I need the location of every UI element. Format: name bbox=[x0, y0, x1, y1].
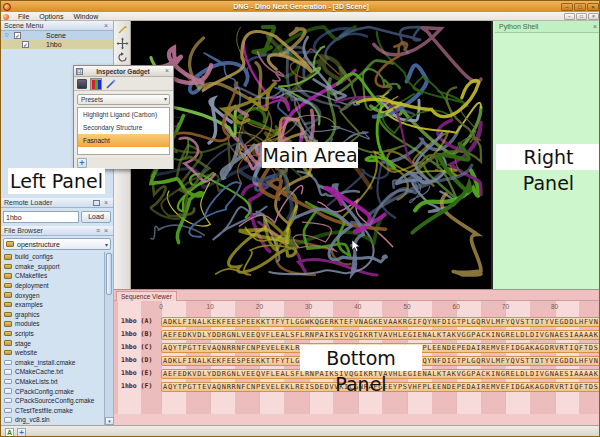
close-icon[interactable]: × bbox=[591, 23, 599, 31]
float-icon[interactable] bbox=[93, 200, 100, 206]
chain-label: 1hbo (B) bbox=[121, 330, 152, 338]
close-icon[interactable]: × bbox=[102, 227, 110, 235]
file-list-item[interactable]: CPackConfig.cmake bbox=[1, 386, 105, 396]
menu-item[interactable]: File bbox=[13, 12, 34, 21]
rotate-tool-icon[interactable] bbox=[116, 51, 129, 64]
scroll-down-arrow[interactable]: ▾ bbox=[105, 417, 114, 425]
sequence-row[interactable]: 1hbo (B) AEFEDKVDLYDDRGNLVEEQVFLEALSFLRN… bbox=[114, 328, 600, 341]
color-presets-icon[interactable] bbox=[90, 78, 102, 90]
file-list-item[interactable]: dng_vc8.sln bbox=[1, 415, 105, 425]
remote-loader-title: Remote Loader bbox=[4, 199, 93, 206]
file-type-icon bbox=[4, 283, 12, 289]
file-name: CPackSourceConfig.cmake bbox=[15, 397, 94, 404]
mdi-minimize-button[interactable]: − bbox=[564, 13, 575, 20]
file-list-item[interactable]: doxygen bbox=[1, 290, 105, 300]
presets-list: Highlight Ligand (Carbon) Secondary Stru… bbox=[77, 107, 170, 155]
sequence-viewer-title: Sequence Viewer bbox=[116, 291, 177, 301]
status-bar: A + bbox=[1, 425, 600, 437]
scrollbar-thumb[interactable] bbox=[106, 253, 112, 295]
expander-icon[interactable]: ▽ bbox=[5, 32, 9, 38]
file-list-item[interactable]: cmake_support bbox=[1, 262, 105, 272]
add-icon[interactable]: + bbox=[17, 428, 26, 437]
mdi-restore-button[interactable]: □ bbox=[576, 13, 587, 20]
inspector-title: Inspector Gadget bbox=[83, 68, 163, 75]
file-list-item[interactable]: cmake_install.cmake bbox=[1, 358, 105, 368]
file-name: scripts bbox=[15, 330, 34, 337]
sequence-row[interactable]: 1hbo (A) ADKLFINALKEKFEESPEEKKTTFYTLGGWK… bbox=[114, 315, 600, 328]
file-list: build_configs cmake_support CMakefiles d… bbox=[1, 252, 105, 425]
sequence-viewer-header: Sequence Viewer bbox=[114, 290, 600, 301]
file-list-item[interactable]: CMakeCache.txt bbox=[1, 367, 105, 377]
file-list-item[interactable]: graphics bbox=[1, 310, 105, 320]
file-name: CMakeLists.txt bbox=[15, 378, 58, 385]
close-button[interactable]: × bbox=[587, 3, 599, 11]
file-list-item[interactable]: modules bbox=[1, 319, 105, 329]
file-name: website bbox=[15, 349, 37, 356]
preset-list-item[interactable]: Highlight Ligand (Carbon) bbox=[78, 108, 169, 121]
scene-tree-row[interactable]: ▽ ✓ Scene bbox=[1, 31, 113, 40]
scene-tree-row[interactable]: ✓ 1hbo bbox=[1, 40, 113, 49]
menu-bar: FileOptionsWindow − □ × bbox=[1, 12, 600, 21]
file-type-icon bbox=[4, 417, 12, 423]
tree-node-label[interactable]: Scene bbox=[46, 32, 66, 40]
menu-item[interactable]: Window bbox=[68, 12, 103, 21]
preset-list-item[interactable]: Secondary Structure bbox=[78, 121, 169, 134]
menu-item[interactable]: Options bbox=[34, 12, 68, 21]
file-type-icon bbox=[4, 321, 12, 327]
chain-label: 1hbo (C) bbox=[121, 343, 152, 351]
residue-sequence[interactable]: ADKLFINALKEKFEESPEEKKTTFYTLGGWKQGERKTEFV… bbox=[161, 317, 600, 327]
preset-list-item[interactable]: Fasnacht bbox=[78, 134, 169, 147]
file-browser-header: File Browser ≡ × bbox=[1, 226, 113, 236]
annotation-main-area: Main Area bbox=[262, 142, 358, 168]
residue-sequence[interactable]: AEFEDKVDLYDDRGNLVEEQVFLEALSFLRNPAIKSIVQG… bbox=[161, 330, 600, 340]
file-name: CMakefiles bbox=[15, 272, 47, 279]
file-list-item[interactable]: build_configs bbox=[1, 252, 105, 262]
tree-node-label[interactable]: 1hbo bbox=[46, 41, 62, 49]
file-name: CPackConfig.cmake bbox=[15, 388, 74, 395]
chevron-down-icon[interactable]: ▾ bbox=[105, 241, 108, 248]
file-list-item[interactable]: examples bbox=[1, 300, 105, 310]
file-type-icon bbox=[4, 369, 12, 375]
close-icon[interactable]: × bbox=[102, 22, 110, 30]
file-type-icon bbox=[4, 312, 12, 318]
remote-loader-header: Remote Loader × bbox=[1, 198, 113, 208]
directory-combobox[interactable]: openstructure ▾ bbox=[3, 238, 111, 250]
edit-pen-icon[interactable] bbox=[105, 78, 117, 90]
file-list-scrollbar[interactable]: ▾ bbox=[104, 252, 113, 425]
file-list-item[interactable]: CMakeLists.txt bbox=[1, 377, 105, 387]
folder-icon bbox=[6, 241, 14, 247]
file-list-item[interactable]: deployment bbox=[1, 281, 105, 291]
mdi-close-button[interactable]: × bbox=[588, 13, 599, 20]
visibility-checkbox[interactable]: ✓ bbox=[14, 32, 21, 39]
file-name: CTestTestfile.cmake bbox=[15, 407, 73, 414]
file-list-item[interactable]: website bbox=[1, 348, 105, 358]
visibility-checkbox[interactable]: ✓ bbox=[22, 41, 29, 48]
file-name: cmake_support bbox=[15, 263, 59, 270]
file-list-item[interactable]: CPackSourceConfig.cmake bbox=[1, 396, 105, 406]
presets-combobox[interactable]: Presets ▾ bbox=[77, 94, 170, 105]
close-icon[interactable]: × bbox=[102, 199, 110, 207]
menu-icon[interactable]: ≡ bbox=[96, 227, 100, 235]
select-tool-icon[interactable] bbox=[116, 23, 129, 36]
pdb-id-input[interactable] bbox=[3, 211, 79, 223]
file-list-item[interactable]: scripts bbox=[1, 329, 105, 339]
scene-settings-icon[interactable] bbox=[77, 79, 87, 89]
load-button[interactable]: Load bbox=[81, 211, 111, 223]
file-name: stage bbox=[15, 340, 31, 347]
menu-items: FileOptionsWindow bbox=[13, 12, 103, 21]
minimize-button[interactable]: − bbox=[561, 3, 573, 11]
chevron-down-icon[interactable]: ▾ bbox=[164, 95, 167, 104]
close-icon[interactable]: × bbox=[163, 67, 171, 75]
app-window: DNG - Dino Next Generation - [3D Scene] … bbox=[0, 0, 600, 437]
chain-label: 1hbo (F) bbox=[121, 382, 152, 390]
file-list-item[interactable]: CMakefiles bbox=[1, 271, 105, 281]
pan-tool-icon[interactable] bbox=[116, 37, 129, 50]
file-list-item[interactable]: CTestTestfile.cmake bbox=[1, 406, 105, 416]
inspector-title-bar[interactable]: Inspector Gadget × bbox=[74, 66, 173, 77]
title-bar[interactable]: DNG - Dino Next Generation - [3D Scene] … bbox=[1, 1, 600, 12]
add-preset-button[interactable]: + bbox=[77, 158, 87, 168]
maximize-button[interactable]: □ bbox=[574, 3, 586, 11]
annotate-tool-icon[interactable]: A bbox=[5, 428, 14, 437]
file-list-item[interactable]: stage bbox=[1, 338, 105, 348]
file-type-icon bbox=[4, 350, 12, 356]
